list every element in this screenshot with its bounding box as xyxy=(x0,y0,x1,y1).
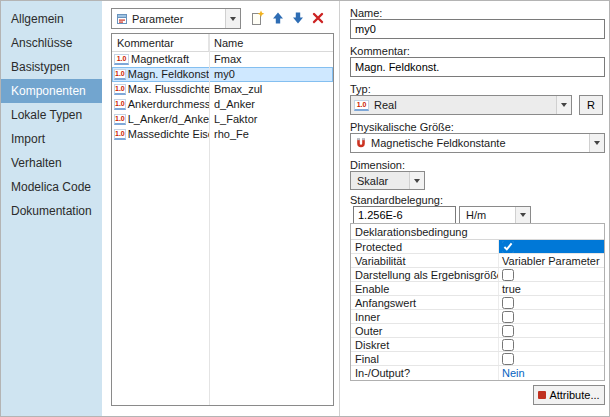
sidebar-item-lokale-typen[interactable]: Lokale Typen xyxy=(1,103,102,127)
row-name: rho_Fe xyxy=(209,127,333,142)
physikalische-groesse-value: Magnetische Feldkonstante xyxy=(368,137,589,149)
prop-row-protected[interactable]: Protected xyxy=(351,240,604,254)
standardbelegung-label: Standardbelegung: xyxy=(350,194,443,206)
chevron-down-icon xyxy=(515,207,530,223)
table-row-selected[interactable]: 1.0Magn. Feldkonst. my0 xyxy=(112,67,333,82)
prop-value-cell xyxy=(499,352,604,365)
move-up-button[interactable] xyxy=(268,8,288,28)
chevron-down-icon xyxy=(409,172,424,189)
sidebar-item-basistypen[interactable]: Basistypen xyxy=(1,55,102,79)
chevron-down-icon xyxy=(556,96,571,114)
physikalische-groesse-label: Physikalische Größe: xyxy=(350,121,454,133)
real-type-icon: 1.0 xyxy=(354,100,369,111)
sidebar-item-anschluesse[interactable]: Anschlüsse xyxy=(1,31,102,55)
sidebar-item-verhalten[interactable]: Verhalten xyxy=(1,151,102,175)
delete-x-icon xyxy=(310,10,326,26)
panel-divider xyxy=(339,1,340,416)
standardbelegung-input[interactable] xyxy=(353,206,456,224)
typ-value: Real xyxy=(371,99,556,111)
real-type-icon: 1.0 xyxy=(114,129,126,140)
real-type-icon: 1.0 xyxy=(114,114,126,125)
diskret-checkbox[interactable] xyxy=(502,339,514,351)
column-header-kommentar[interactable]: Kommentar xyxy=(112,34,209,51)
type-browse-button[interactable]: R xyxy=(579,95,603,115)
arrow-up-icon xyxy=(270,10,286,26)
grid-header-deklarationsbedingung[interactable]: Deklarationsbedingung xyxy=(351,224,604,240)
unit-value: H/m xyxy=(463,209,515,221)
parameter-table: Kommentar Name 1.0Magnetkraft Fmax 1.0Ma… xyxy=(111,33,334,406)
typ-label: Typ: xyxy=(350,83,371,95)
prop-value-cell: Variabler Parameter xyxy=(499,254,604,267)
delete-button[interactable] xyxy=(308,8,328,28)
prop-value-cell xyxy=(499,338,604,351)
prop-value-cell xyxy=(499,268,604,281)
prop-value-cell xyxy=(499,296,604,309)
dimension-label: Dimension: xyxy=(350,159,405,171)
column-header-name[interactable]: Name xyxy=(209,34,333,51)
table-row[interactable]: 1.0Magnetkraft Fmax xyxy=(112,52,333,67)
sidebar-item-allgemein[interactable]: Allgemein xyxy=(1,7,102,31)
row-kommentar: Magnetkraft xyxy=(131,52,189,67)
sidebar-item-komponenten[interactable]: Komponenten xyxy=(1,79,102,103)
row-kommentar: Ankerdurchmesser xyxy=(128,97,209,112)
row-kommentar: Magn. Feldkonst. xyxy=(128,67,209,82)
table-row[interactable]: 1.0Massedichte Eisen rho_Fe xyxy=(112,127,333,142)
kommentar-input[interactable] xyxy=(350,57,605,77)
darstellung-checkbox[interactable] xyxy=(502,269,514,281)
sidebar-item-modelica-code[interactable]: Modelica Code xyxy=(1,175,102,199)
sidebar-item-dokumentation[interactable]: Dokumentation xyxy=(1,199,102,223)
row-name: Fmax xyxy=(209,52,333,67)
table-row[interactable]: 1.0L_Anker/d_Anker L_Faktor xyxy=(112,112,333,127)
final-checkbox[interactable] xyxy=(502,353,514,365)
row-kommentar: Massedichte Eisen xyxy=(128,127,209,142)
row-name: L_Faktor xyxy=(209,112,333,127)
prop-label: Variabilität xyxy=(351,254,499,267)
outer-checkbox[interactable] xyxy=(502,325,514,337)
kommentar-label: Kommentar: xyxy=(350,45,410,57)
prop-row-darstellung[interactable]: Darstellung als Ergebnisgröße xyxy=(351,268,604,282)
protected-checkbox[interactable] xyxy=(502,241,514,253)
prop-label: Enable xyxy=(351,282,499,295)
row-kommentar: L_Anker/d_Anker xyxy=(128,112,209,127)
table-header: Kommentar Name xyxy=(112,34,333,52)
attribute-button-label: Attribute... xyxy=(549,389,599,401)
in-output-link[interactable]: Nein xyxy=(502,366,525,380)
move-down-button[interactable] xyxy=(288,8,308,28)
inner-checkbox[interactable] xyxy=(502,311,514,323)
arrow-down-icon xyxy=(290,10,306,26)
prop-label: Darstellung als Ergebnisgröße xyxy=(351,268,499,281)
name-input[interactable] xyxy=(350,19,605,39)
prop-row-outer[interactable]: Outer xyxy=(351,324,604,338)
row-name: Bmax_zul xyxy=(209,82,333,97)
row-name: d_Anker xyxy=(209,97,333,112)
prop-row-final[interactable]: Final xyxy=(351,352,604,366)
chevron-down-icon xyxy=(589,134,604,152)
prop-row-enable[interactable]: Enable true xyxy=(351,282,604,296)
prop-value-cell: true xyxy=(499,282,604,295)
name-label: Name: xyxy=(350,7,382,19)
table-row[interactable]: 1.0Max. Flussdichte Bmax_zul xyxy=(112,82,333,97)
table-row[interactable]: 1.0Ankerdurchmesser d_Anker xyxy=(112,97,333,112)
prop-value-cell xyxy=(499,324,604,337)
prop-row-diskret[interactable]: Diskret xyxy=(351,338,604,352)
real-type-icon: 1.0 xyxy=(114,69,126,80)
item-kind-dropdown[interactable]: Parameter xyxy=(111,8,241,29)
prop-row-inner[interactable]: Inner xyxy=(351,310,604,324)
prop-value-cell xyxy=(499,310,604,323)
attribute-button[interactable]: Attribute... xyxy=(533,385,605,405)
physikalische-groesse-dropdown[interactable]: Magnetische Feldkonstante xyxy=(350,133,605,153)
dimension-dropdown[interactable]: Skalar xyxy=(350,171,425,190)
new-item-button[interactable] xyxy=(247,8,267,28)
row-kommentar: Max. Flussdichte xyxy=(128,82,209,97)
real-type-icon: 1.0 xyxy=(114,54,129,65)
prop-row-anfangswert[interactable]: Anfangswert xyxy=(351,296,604,310)
prop-row-variabilitaet[interactable]: Variabilität Variabler Parameter xyxy=(351,254,604,268)
typ-dropdown[interactable]: 1.0 Real xyxy=(350,95,572,115)
anfangswert-checkbox[interactable] xyxy=(502,297,514,309)
unit-dropdown[interactable]: H/m xyxy=(459,206,531,224)
prop-value-cell xyxy=(499,240,604,253)
sidebar-item-import[interactable]: Import xyxy=(1,127,102,151)
prop-row-in-output[interactable]: In-/Output? Nein xyxy=(351,366,604,380)
component-properties-dialog: Allgemein Anschlüsse Basistypen Komponen… xyxy=(0,0,610,417)
real-type-icon: 1.0 xyxy=(114,99,126,110)
